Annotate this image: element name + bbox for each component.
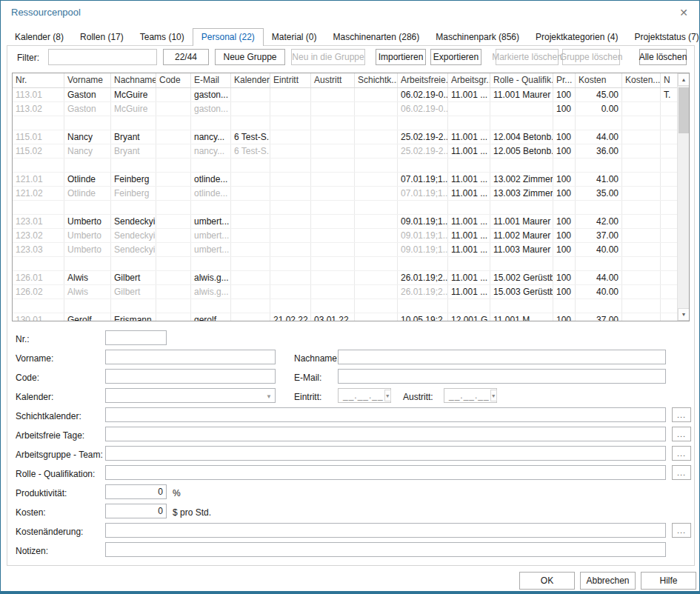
neu-in-die-gruppe-button: Neu in die Gruppe <box>291 49 365 65</box>
cell-code <box>156 215 191 228</box>
table-row[interactable]: 123.01UmbertoSendeckyiumbert...09.01.19;… <box>13 215 677 229</box>
cell-kosten <box>576 201 622 214</box>
tab-maschinenpark-856[interactable]: Maschinenpark (856) <box>427 29 527 46</box>
rolle-qualifikation-browse-button[interactable]: ... <box>672 465 691 480</box>
tab-projektstatus-7[interactable]: Projektstatus (7) <box>626 29 700 46</box>
cell-arbeitsgr: 11.001 ... <box>448 271 490 284</box>
table-row[interactable]: 113.02GastonMcGuiregaston...06.02.19-0..… <box>13 102 677 116</box>
cell-eintritt <box>270 130 311 144</box>
scrollbar-thumb[interactable] <box>679 87 689 133</box>
column-header-austritt[interactable]: Austritt <box>311 73 355 87</box>
table-row[interactable]: 121.02OtlindeFeinbergotlinde...07.01.19;… <box>13 187 677 201</box>
cell-rolle: 11.001 M... <box>490 313 553 321</box>
cell-nr <box>13 158 64 172</box>
chevron-down-icon[interactable]: ▼ <box>490 390 497 401</box>
kostenaenderung-field[interactable] <box>105 523 666 538</box>
column-header-pr[interactable]: Pr... <box>553 73 576 87</box>
table-row[interactable]: 130.01GerolfErismanngerolf...21.02.2203.… <box>13 313 677 321</box>
alle-l-schen-button[interactable]: Alle löschen <box>639 49 687 65</box>
column-header-arbeitsfreie[interactable]: Arbeitsfreie... <box>398 73 448 87</box>
scroll-up-icon[interactable]: ▲ <box>678 73 690 86</box>
notizen-field[interactable] <box>105 542 666 557</box>
table-row[interactable]: 123.03UmbertoSendeckyiumbert...09.01.19;… <box>13 243 677 257</box>
column-header-email[interactable]: E-Mail <box>191 73 231 87</box>
column-header-arbeitsgr[interactable]: Arbeitsgr... <box>448 73 490 87</box>
column-header-kosten[interactable]: Kosten <box>576 73 622 87</box>
importieren-button[interactable]: Importieren <box>376 49 426 65</box>
column-header-code[interactable]: Code <box>156 73 191 87</box>
cell-kalender <box>231 173 270 186</box>
cell-email: umbert... <box>191 215 231 228</box>
nachname-field[interactable] <box>338 350 666 364</box>
table-row[interactable]: 113.01GastonMcGuiregaston...06.02.19-0..… <box>13 88 677 102</box>
kostenaenderung-browse-button[interactable]: ... <box>672 523 691 538</box>
table-row[interactable]: 126.02AlwisGilbertalwis.g...26.01.19;2..… <box>13 285 677 299</box>
column-header-nachname[interactable]: Nachname <box>111 73 156 87</box>
filter-input[interactable] <box>48 49 157 65</box>
table-row[interactable]: 115.02NancyBryantnancy...6 Test-S...25.0… <box>13 144 677 158</box>
column-header-rolle[interactable]: Rolle - Qualifik... <box>490 73 553 87</box>
table-row[interactable]: 115.01NancyBryantnancy...6 Test-S...25.0… <box>13 130 677 144</box>
cell-email <box>191 257 231 270</box>
tab-maschinenarten-286[interactable]: Maschinenarten (286) <box>325 29 428 46</box>
kalender-combobox[interactable] <box>105 388 276 403</box>
produktivitaet-field[interactable] <box>105 484 167 499</box>
table-separator-row <box>13 201 677 215</box>
column-header-n[interactable]: N <box>661 73 677 87</box>
cell-pr <box>553 158 576 172</box>
column-header-schichtk[interactable]: Schichtk... <box>355 73 398 87</box>
schichtkalender-field[interactable] <box>105 407 666 422</box>
tab-personal-22[interactable]: Personal (22) <box>193 28 264 46</box>
exportieren-button[interactable]: Exportieren <box>430 49 481 65</box>
rolle-qualifikation-field[interactable] <box>105 465 666 480</box>
tab-material-0[interactable]: Material (0) <box>264 29 325 46</box>
chevron-down-icon[interactable]: ▼ <box>384 390 391 401</box>
austritt-datepicker[interactable]: __.__.__ ▼ <box>444 388 497 403</box>
column-header-nr[interactable]: Nr. <box>13 73 64 87</box>
tab-teams-10[interactable]: Teams (10) <box>132 29 193 46</box>
cell-austritt <box>311 243 355 256</box>
tab-kalender-8[interactable]: Kalender (8) <box>7 29 72 46</box>
cell-arbeitsfreie <box>398 158 448 172</box>
cell-kostenaend <box>622 173 661 186</box>
arbeitsfreie-tage-field[interactable] <box>105 427 666 441</box>
arbeitsgruppe-team-browse-button[interactable]: ... <box>672 446 691 461</box>
column-header-kalender[interactable]: Kalender <box>231 73 270 87</box>
neue-gruppe-button[interactable]: Neue Gruppe <box>215 49 285 65</box>
scroll-down-icon[interactable]: ▼ <box>678 308 690 321</box>
arbeitsfreie-tage-browse-button[interactable]: ... <box>672 427 691 441</box>
tab-rollen-17[interactable]: Rollen (17) <box>72 29 132 46</box>
schichtkalender-browse-button[interactable]: ... <box>672 407 691 422</box>
nr-field[interactable] <box>105 330 167 345</box>
column-header-kostenaend[interactable]: Kosten... <box>622 73 661 87</box>
table-row[interactable]: 126.01AlwisGilbertalwis.g...26.01.19;2..… <box>13 271 677 285</box>
table-row[interactable]: 121.01OtlindeFeinbergotlinde...07.01.19;… <box>13 173 677 187</box>
cell-austritt <box>311 116 355 130</box>
cell-schichtk <box>355 243 398 256</box>
kosten-field[interactable] <box>105 504 167 518</box>
cell-rolle: 15.003 Gerüstb... <box>490 285 553 298</box>
column-header-vorname[interactable]: Vorname <box>64 73 111 87</box>
vertical-scrollbar[interactable]: ▲ ▼ <box>677 73 689 321</box>
cell-kostenaend <box>622 285 661 298</box>
abbrechen-button[interactable]: Abbrechen <box>580 572 636 590</box>
cell-nachname: Feinberg <box>111 173 156 186</box>
column-header-eintritt[interactable]: Eintritt <box>270 73 311 87</box>
email-field[interactable] <box>338 369 666 384</box>
cell-eintritt <box>270 173 311 186</box>
cell-arbeitsgr: 12.001 G... <box>448 313 490 321</box>
cell-code <box>156 158 191 172</box>
hilfe-button[interactable]: Hilfe <box>641 572 696 590</box>
cell-arbeitsgr: 11.001 ... <box>448 88 490 101</box>
table-row[interactable]: 123.02UmbertoSendeckyiumbert...09.01.19;… <box>13 229 677 243</box>
arbeitsgruppe-team-field[interactable] <box>105 446 666 461</box>
code-field[interactable] <box>105 369 276 384</box>
cell-schichtk <box>355 257 398 270</box>
ok-button[interactable]: OK <box>519 572 575 590</box>
vorname-field[interactable] <box>105 350 276 364</box>
cell-austritt <box>311 88 355 101</box>
close-icon[interactable]: ✕ <box>676 4 692 21</box>
eintritt-datepicker[interactable]: __.__.__ ▼ <box>338 388 391 403</box>
cell-email <box>191 299 231 313</box>
tab-projektkategorien-4[interactable]: Projektkategorien (4) <box>527 29 626 46</box>
